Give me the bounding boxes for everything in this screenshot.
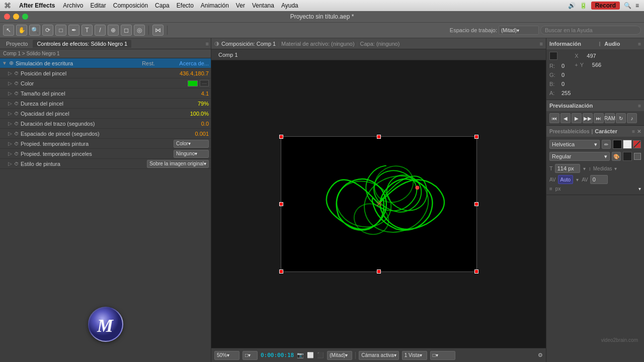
preview-options[interactable]: ≡ <box>638 103 641 109</box>
handle-tl[interactable] <box>279 135 283 139</box>
menu-efecto[interactable]: Efecto <box>177 2 194 9</box>
menu-extra-icon[interactable]: ≡ <box>635 2 639 9</box>
color-alt[interactable]: — <box>200 80 209 86</box>
workspace-dropdown[interactable]: (Mitad)▾ <box>499 26 539 35</box>
camera-dropdown[interactable]: Cámara activa▾ <box>359 351 398 360</box>
panel-options-icon[interactable]: ≡ <box>206 41 209 47</box>
tool-clone[interactable]: ⊕ <box>108 25 119 36</box>
prop-temp-paint[interactable]: ▷ ⏱ Propied. temporales pintura Color ▾ <box>0 139 211 149</box>
prev-audio-btn[interactable]: ♪ <box>627 113 637 123</box>
tool-eraser[interactable]: ◻ <box>121 25 132 36</box>
prop-tb-dropdown[interactable]: Ninguno ▾ <box>174 150 209 158</box>
comp-tab-1[interactable]: Comp 1 <box>214 51 242 59</box>
prop-size-value[interactable]: 4.1 <box>201 90 209 97</box>
char-color-white[interactable] <box>623 140 632 149</box>
prop-dur-value[interactable]: 0.0 <box>201 121 209 127</box>
prop-opacity-value[interactable]: 100.0% <box>190 111 209 117</box>
record-button[interactable]: Record <box>591 2 620 10</box>
help-search[interactable]: Buscar en la Ayuda <box>540 26 641 35</box>
char-tracking-box[interactable]: 0 <box>590 175 608 184</box>
char-font-dropdown[interactable]: Helvetica▾ <box>549 140 600 149</box>
prop-opacity[interactable]: ▷ ⏱ Opacidad del pincel 100.0% <box>0 109 211 119</box>
prop-paint-style[interactable]: ▷ ⏱ Estilo de pintura Sobre la imagen or… <box>0 159 211 169</box>
comp-header-options[interactable]: ≡ <box>540 41 543 47</box>
info-options[interactable]: ≡ <box>638 41 641 47</box>
tab-proyecto[interactable]: Proyecto <box>2 40 32 48</box>
handle-bm[interactable] <box>377 269 381 274</box>
menu-capa[interactable]: Capa <box>155 2 170 9</box>
views-dropdown[interactable]: 1 Vista▾ <box>402 351 427 360</box>
handle-tm[interactable] <box>377 135 381 139</box>
tab-efectos[interactable]: Controles de efectos: Sólido Negro 1 <box>33 40 131 48</box>
quality-dropdown[interactable]: (Mitad)▾ <box>327 351 352 360</box>
tool-zoom[interactable]: 🔍 <box>29 25 40 36</box>
prop-hard-value[interactable]: 79% <box>198 101 209 107</box>
prop-position[interactable]: ▷ ⏱ Posición del pincel 436.4,180.7 <box>0 68 211 78</box>
tool-text[interactable]: T <box>82 25 93 36</box>
handle-bl[interactable] <box>279 269 283 274</box>
tool-brush[interactable]: / <box>95 25 106 36</box>
menu-composicion[interactable]: Composición <box>113 2 148 9</box>
tool-rotate[interactable]: ⟳ <box>42 25 53 36</box>
prev-ram-btn[interactable]: RAM <box>605 113 615 123</box>
handle-tr[interactable] <box>474 135 478 139</box>
zoom-dropdown[interactable]: 50%▾ <box>214 351 239 360</box>
maximize-button[interactable] <box>22 14 28 20</box>
menu-animacion[interactable]: Animación <box>201 2 229 9</box>
more-views-dropdown[interactable]: □▾ <box>430 351 455 360</box>
char-fill[interactable] <box>623 152 632 161</box>
prev-last-btn[interactable]: ⏭ <box>594 113 604 123</box>
prop-color[interactable]: ▷ ⏱ Color — <box>0 78 211 88</box>
viewer-options[interactable]: ⚙ <box>538 352 543 358</box>
handle-br[interactable] <box>474 269 478 274</box>
prev-prev-btn[interactable]: ◀ <box>560 113 571 123</box>
color-swatch[interactable] <box>188 80 198 86</box>
search-icon[interactable]: 🔍 <box>624 2 631 9</box>
menu-archivo[interactable]: Archivo <box>63 2 83 9</box>
prop-spacing[interactable]: ▷ ⏱ Espaciado de pincel (segundos) 0.001 <box>0 129 211 139</box>
presets-tab[interactable]: Preestableicidos <box>549 129 589 134</box>
tool-puppet[interactable]: ⋈ <box>152 25 164 36</box>
handle-ml[interactable] <box>279 202 283 206</box>
apple-menu[interactable]: ⌘ <box>4 2 11 10</box>
prop-temp-brush[interactable]: ▷ ⏱ Propied. temporales pinceles Ninguno… <box>0 149 211 159</box>
menu-ayuda[interactable]: Ayuda <box>281 2 298 9</box>
close-button[interactable] <box>4 14 10 20</box>
prop-ps-dropdown[interactable]: Sobre la imagen original ▾ <box>147 160 209 168</box>
char-color-black[interactable] <box>613 140 622 149</box>
prev-next-btn[interactable]: ▶▶ <box>583 113 593 123</box>
menu-ver[interactable]: Ver <box>236 2 245 9</box>
char-options[interactable]: ≡ <box>632 129 635 134</box>
prop-hardness[interactable]: ▷ ⏱ Dureza del pincel 79% <box>0 99 211 109</box>
tool-hand[interactable]: ✋ <box>16 25 27 36</box>
char-stroke[interactable] <box>634 153 641 160</box>
char-size-box[interactable]: 114 px <box>555 164 580 173</box>
tool-roto[interactable]: ◎ <box>134 25 145 36</box>
prev-loop-btn[interactable]: ↻ <box>616 113 626 123</box>
handle-mr[interactable] <box>474 202 478 206</box>
menu-editar[interactable]: Editar <box>90 2 106 9</box>
prop-spacing-value[interactable]: 0.001 <box>195 131 209 137</box>
prop-pos-value[interactable]: 436.4,180.7 <box>180 70 209 76</box>
prop-size[interactable]: ▷ ⏱ Tamaño del pincel 4.1 <box>0 88 211 99</box>
char-palette-icon[interactable]: 🎨 <box>612 152 621 161</box>
char-style-dropdown[interactable]: Regular▾ <box>549 152 610 161</box>
char-color-toggle[interactable] <box>633 140 641 148</box>
effect-about[interactable]: Acerca de... <box>169 60 209 66</box>
prop-duration[interactable]: ▷ ⏱ Duración del trazo (segundos) 0.0 <box>0 119 211 129</box>
prop-tp-dropdown[interactable]: Color ▾ <box>174 140 209 148</box>
effect-reset[interactable]: Rest. <box>128 60 169 66</box>
tool-rect[interactable]: □ <box>55 25 66 36</box>
char-auto[interactable]: Auto <box>558 175 574 184</box>
tool-pen[interactable]: ✒ <box>68 25 79 36</box>
char-pencil-icon[interactable]: ✏ <box>602 140 611 149</box>
prev-first-btn[interactable]: ⏮ <box>549 113 559 123</box>
comp-viewer[interactable] <box>211 60 546 348</box>
effect-main[interactable]: ▼ ⊕ Simulación de escritura Rest. Acerca… <box>0 58 211 68</box>
minimize-button[interactable] <box>13 14 19 20</box>
menu-ventana[interactable]: Ventana <box>252 2 274 9</box>
char-close[interactable]: ✕ <box>637 129 641 134</box>
fit-dropdown[interactable]: □▾ <box>243 351 258 360</box>
tool-select[interactable]: ↖ <box>3 25 14 36</box>
prev-play-btn[interactable]: ▶ <box>572 113 582 123</box>
